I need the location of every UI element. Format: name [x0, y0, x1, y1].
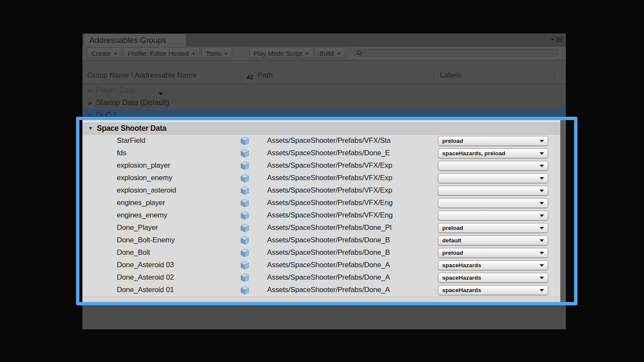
asset-path: Assets/SpaceShooter/Prefabs/VFX/Sta: [267, 136, 432, 145]
asset-row[interactable]: engines_enemy Assets/SpaceShooter/Prefab…: [82, 209, 566, 222]
asset-row[interactable]: Done_Asteroid 03 Assets/SpaceShooter/Pre…: [82, 259, 566, 272]
labels-dropdown[interactable]: [438, 161, 548, 171]
chevron-down-icon: [540, 140, 544, 142]
asset-path: Assets/SpaceShooter/Prefabs/VFX/Eng: [267, 199, 432, 207]
asset-path: Assets/SpaceShooter/Prefabs/Done_B: [267, 236, 432, 244]
labels-dropdown[interactable]: spaceHazards: [438, 273, 548, 283]
foldout-collapsed-icon[interactable]: ▶: [88, 100, 92, 106]
chevron-down-icon: [305, 53, 309, 55]
asset-row[interactable]: explosion_asteroid Assets/SpaceShooter/P…: [82, 184, 566, 197]
chevron-down-icon: [224, 53, 228, 55]
group-label: Startup Data (Default): [96, 98, 169, 107]
column-divider[interactable]: [434, 70, 434, 83]
column-header-row: Group Name \ Addressable Name Path Label…: [82, 61, 566, 84]
chevron-down-icon: [540, 252, 544, 254]
tab-addressables-groups[interactable]: Addressables Groups: [83, 33, 186, 46]
asset-name: explosion_enemy: [117, 174, 172, 182]
column-header-name[interactable]: Group Name \ Addressable Name: [87, 71, 197, 80]
asset-row[interactable]: Done_Bolt Assets/SpaceShooter/Prefabs/Do…: [82, 247, 566, 259]
asset-row[interactable]: fds Assets/SpaceShooter/Prefabs/Done_E s…: [82, 147, 566, 160]
chevron-down-icon: [540, 165, 544, 167]
column-header-path[interactable]: Path: [258, 71, 273, 80]
labels-dropdown[interactable]: preload: [438, 223, 548, 233]
asset-row[interactable]: engines_player Assets/SpaceShooter/Prefa…: [82, 197, 566, 209]
group-row-space-shooter-data[interactable]: ▼ Space Shooter Data: [82, 122, 566, 135]
asset-path: Assets/SpaceShooter/Prefabs/Done_Pl: [267, 223, 432, 232]
labels-dropdown-value: spaceHazards: [442, 287, 540, 293]
labels-dropdown[interactable]: spaceHazards: [438, 260, 548, 270]
chevron-down-icon: [540, 214, 544, 217]
labels-dropdown-value: spaceHazards: [442, 262, 540, 268]
tools-button-label: Tools: [206, 50, 221, 57]
chevron-down-icon: [114, 53, 117, 55]
asset-row[interactable]: Done_Asteroid 01 Assets/SpaceShooter/Pre…: [82, 284, 566, 296]
build-button-label: Build: [319, 50, 334, 57]
asset-path: Assets/SpaceShooter/Prefabs/Done_B: [267, 248, 432, 257]
profile-button[interactable]: Profile: Editor Hosted: [123, 48, 200, 59]
chevron-down-icon: [540, 264, 544, 267]
asset-name: engines_player: [117, 199, 165, 207]
labels-dropdown-value: default: [442, 237, 540, 244]
chevron-down-icon: [540, 202, 544, 205]
asset-name: Done_Asteroid 01: [117, 286, 174, 294]
labels-dropdown[interactable]: [438, 173, 548, 183]
labels-dropdown[interactable]: preload: [438, 248, 548, 258]
chevron-down-icon: [540, 277, 544, 279]
search-input[interactable]: [364, 50, 555, 57]
play-mode-script-button[interactable]: Play Mode Script: [249, 48, 313, 59]
labels-dropdown[interactable]: spaceHazards: [438, 285, 548, 295]
tools-button[interactable]: Tools: [201, 48, 232, 59]
asset-path: Assets/SpaceShooter/Prefabs/Done_A: [267, 273, 432, 282]
asset-path: Assets/SpaceShooter/Prefabs/VFX/Exp: [267, 186, 432, 195]
group-row-dlc-1[interactable]: ▶ DLC 1: [82, 109, 566, 121]
prefab-cube-icon: [240, 211, 249, 220]
asset-name: fds: [117, 149, 126, 157]
foldout-collapsed-icon[interactable]: ▶: [88, 112, 92, 118]
asset-path: Assets/SpaceShooter/Prefabs/VFX/Exp: [267, 174, 432, 182]
group-row-startup-data[interactable]: ▶ Startup Data (Default): [82, 97, 566, 109]
asset-row[interactable]: StarField Assets/SpaceShooter/Prefabs/VF…: [82, 135, 566, 147]
labels-dropdown[interactable]: [438, 198, 548, 208]
prefab-cube-icon: [240, 199, 249, 208]
prefab-cube-icon: [240, 248, 249, 257]
group-tree-dimmed: ▶ Player Data ▶ Startup Data (Default) ▶…: [82, 84, 566, 121]
asset-row[interactable]: explosion_enemy Assets/SpaceShooter/Pref…: [82, 172, 566, 184]
build-button[interactable]: Build: [315, 48, 345, 59]
prefab-cube-icon: [240, 223, 249, 232]
prefab-cube-icon: [240, 286, 249, 295]
prefab-cube-icon: [240, 261, 249, 270]
asset-state-icon[interactable]: [246, 73, 253, 80]
create-button[interactable]: Create: [87, 48, 122, 59]
labels-dropdown[interactable]: preload: [438, 136, 548, 146]
asset-row[interactable]: explosion_player Assets/SpaceShooter/Pre…: [82, 160, 566, 172]
asset-name: explosion_player: [117, 161, 170, 170]
asset-path: Assets/SpaceShooter/Prefabs/VFX/Exp: [267, 161, 432, 170]
asset-path: Assets/SpaceShooter/Prefabs/Done_A: [267, 286, 432, 294]
foldout-collapsed-icon[interactable]: ▶: [88, 87, 92, 94]
labels-dropdown[interactable]: [438, 211, 548, 220]
asset-row[interactable]: Done_Bolt-Enemy Assets/SpaceShooter/Pref…: [82, 234, 566, 247]
labels-dropdown[interactable]: default: [438, 235, 548, 245]
profile-button-label: Profile: Editor Hosted: [128, 50, 189, 57]
window-menu-button[interactable]: [551, 37, 562, 42]
prefab-cube-icon: [240, 149, 249, 158]
asset-name: StarField: [117, 136, 145, 145]
column-header-labels[interactable]: Labels: [440, 71, 462, 80]
window-footer-area: [82, 304, 566, 329]
asset-row[interactable]: Done_Player Assets/SpaceShooter/Prefabs/…: [82, 222, 566, 234]
search-field[interactable]: [352, 48, 560, 58]
labels-dropdown[interactable]: [438, 186, 548, 196]
asset-row[interactable]: Done_Asteroid 02 Assets/SpaceShooter/Pre…: [82, 272, 566, 284]
labels-dropdown[interactable]: spaceHazards, preload: [438, 148, 548, 158]
row-separator: [82, 296, 566, 302]
foldout-expanded-icon[interactable]: ▼: [88, 125, 93, 131]
column-divider[interactable]: [240, 70, 241, 83]
prefab-cube-icon: [240, 273, 249, 282]
asset-name: engines_enemy: [117, 211, 167, 220]
chevron-down-icon: [192, 53, 195, 55]
prefab-cube-icon: [240, 174, 249, 183]
hamburger-menu-icon: [556, 37, 562, 42]
group-row-player-data[interactable]: ▶ Player Data: [82, 84, 566, 97]
prefab-cube-icon: [240, 136, 249, 145]
column-divider[interactable]: [554, 70, 554, 83]
